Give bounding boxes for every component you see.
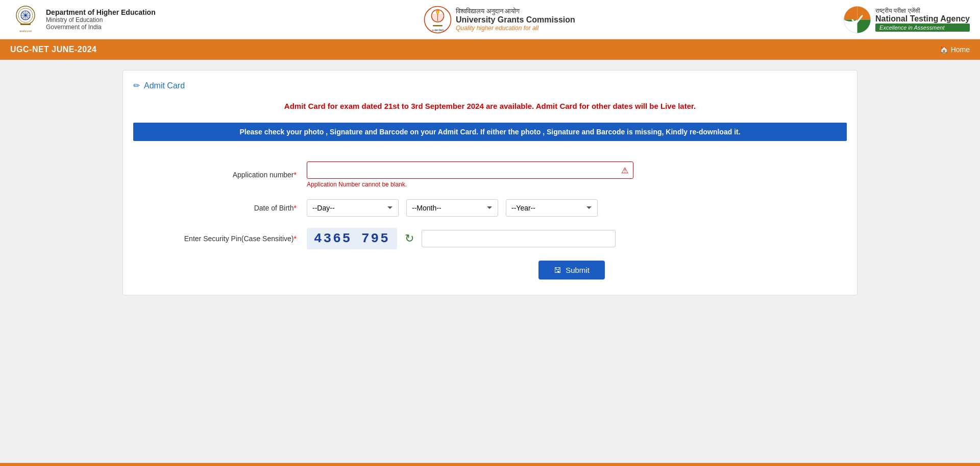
dob-label: Date of Birth* [143, 204, 307, 212]
captcha-image: 4365 795 [307, 228, 397, 249]
submit-label: Submit [566, 266, 590, 274]
svg-point-19 [437, 11, 438, 14]
submit-button[interactable]: 🖫 Submit [538, 261, 605, 279]
nta-logo-icon [843, 6, 871, 34]
main-container: ✏ Admit Card Admit Card for exam dated 2… [107, 60, 873, 306]
home-icon: 🏠 [940, 45, 948, 54]
submit-icon: 🖫 [554, 266, 561, 274]
svg-rect-12 [20, 24, 31, 25]
dept-text-block: Department of Higher Education Ministry … [46, 8, 156, 31]
nta-text-block: राष्ट्रीय परीक्षा एजेंसी National Testin… [875, 7, 970, 32]
app-number-input-wrapper: ⚠ Application Number cannot be blank. [307, 161, 633, 188]
refresh-captcha-button[interactable]: ↻ [405, 232, 414, 245]
footer-bar [0, 463, 980, 466]
app-number-container: ⚠ [307, 161, 633, 179]
content-card: ✏ Admit Card Admit Card for exam dated 2… [122, 70, 857, 295]
dept-line1: Ministry of Education [46, 16, 156, 24]
ugc-tagline: Quality higher education for all [456, 25, 575, 32]
form-section: Application number* ⚠ Application Number… [133, 156, 847, 285]
dob-row: Date of Birth* --Day-- --Month-- --Year-… [143, 199, 837, 217]
warning-banner: Please check your photo , Signature and … [133, 123, 847, 141]
svg-text:सत्यमेव जयते: सत्यमेव जयते [19, 30, 32, 33]
edit-icon: ✏ [133, 81, 140, 90]
svg-text:अन्वेषण विद्यते: अन्वेषण विद्यते [432, 29, 444, 32]
page-header: सत्यमेव जयते Department of Higher Educat… [0, 0, 980, 39]
nta-badge: Excellence in Assessment [875, 24, 970, 32]
ugc-text-block: विश्वविद्यालय अनुदान आयोग University Gra… [456, 7, 575, 32]
nta-name: National Testing Agency [875, 14, 970, 24]
section-label: Admit Card [144, 81, 185, 90]
security-pin-label: Enter Security Pin(Case Sensitive)* [143, 235, 307, 243]
section-header: ✏ Admit Card [133, 81, 847, 90]
ugc-emblem-icon: अन्वेषण विद्यते [424, 6, 452, 34]
nta-logo-area: राष्ट्रीय परीक्षा एजेंसी National Testin… [843, 6, 970, 34]
submit-row: 🖫 Submit [143, 261, 837, 279]
ashoka-emblem-icon: सत्यमेव जयते [10, 4, 41, 35]
dob-month-select[interactable]: --Month-- [406, 199, 498, 217]
application-number-row: Application number* ⚠ Application Number… [143, 161, 837, 188]
dob-selects: --Day-- --Month-- --Year-- [307, 199, 598, 217]
ugc-hindi: विश्वविद्यालय अनुदान आयोग [456, 7, 575, 15]
dept-line2: Government of India [46, 24, 156, 31]
dob-year-select[interactable]: --Year-- [506, 199, 598, 217]
app-number-label: Application number* [143, 171, 307, 179]
home-label: Home [951, 45, 970, 54]
notice-text: Admit Card for exam dated 21st to 3rd Se… [133, 101, 847, 112]
dob-day-select[interactable]: --Day-- [307, 199, 399, 217]
navbar: UGC-NET JUNE-2024 🏠 Home [0, 39, 980, 60]
dept-logo-area: सत्यमेव जयते Department of Higher Educat… [10, 4, 156, 35]
captcha-input[interactable] [422, 230, 616, 247]
security-pin-row: Enter Security Pin(Case Sensitive)* 4365… [143, 228, 837, 249]
nta-hindi: राष्ट्रीय परीक्षा एजेंसी [875, 7, 970, 14]
ugc-logo-area: अन्वेषण विद्यते विश्वविद्यालय अनुदान आयो… [424, 6, 575, 34]
ugc-name: University Grants Commission [456, 15, 575, 25]
dept-title: Department of Higher Education [46, 8, 156, 16]
captcha-row: 4365 795 ↻ [307, 228, 616, 249]
navbar-title: UGC-NET JUNE-2024 [10, 45, 96, 54]
warning-icon: ⚠ [621, 165, 628, 175]
home-link[interactable]: 🏠 Home [940, 45, 970, 54]
application-number-input[interactable] [307, 161, 633, 179]
svg-rect-20 [433, 25, 443, 27]
app-number-error: Application Number cannot be blank. [307, 181, 633, 188]
